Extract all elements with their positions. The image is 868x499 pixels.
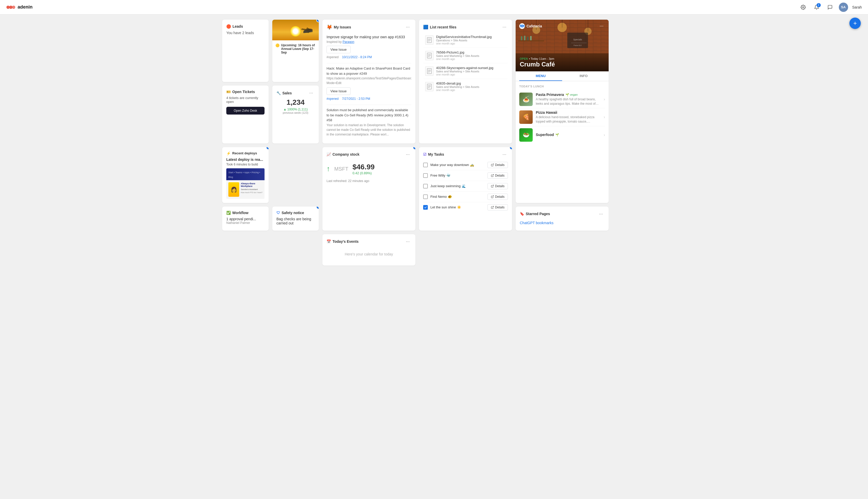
external-link-icon <box>491 163 494 167</box>
pasta-desc: A healthy spaghetti dish full of broad b… <box>536 97 601 106</box>
stock-up-arrow-icon: ↑ <box>327 165 330 173</box>
svg-rect-37 <box>518 40 544 41</box>
avatar[interactable]: SA <box>839 3 848 12</box>
cafe-tab-menu[interactable]: MENU <box>519 71 562 81</box>
my-issues-menu-button[interactable]: ··· <box>404 24 411 30</box>
workflow-title: ✅ Workflow <box>226 211 249 215</box>
starred-header: 🔖 Starred Pages ··· <box>520 211 604 217</box>
list-recent-files-card: 🟦 List recent files ··· DigitalServicesI… <box>419 20 512 144</box>
svg-rect-46 <box>424 163 427 167</box>
settings-button[interactable] <box>798 3 808 12</box>
leads-title: ⬤ Leads <box>226 24 243 29</box>
task-item-1: Free Willy 🐳 Details <box>423 170 508 181</box>
task-checkbox-2[interactable] <box>423 184 428 188</box>
calendar-icon: 📅 <box>327 240 331 244</box>
svg-point-2 <box>12 5 15 9</box>
task-details-btn-3[interactable]: Details <box>488 194 508 200</box>
starred-item-0[interactable]: ChatGPT bookmarks <box>520 219 604 227</box>
cafe-tab-info[interactable]: INFO <box>562 71 605 81</box>
deploy-title-text: Latest deploy is rea... <box>226 157 265 162</box>
stock-menu-button[interactable]: ··· <box>404 151 411 158</box>
file-item-2[interactable]: 40288-Skyscrapers-against-sunset.jpg Sal… <box>423 63 508 79</box>
issue-2: Hack: Make an Adaptive Card in SharePoin… <box>327 63 411 105</box>
sales-prev-week: previous week (123) <box>276 111 315 114</box>
file-item-3[interactable]: 40835-denali.jpg Sales and Marketing > S… <box>423 79 508 94</box>
paragon-link[interactable]: Paragon <box>342 40 354 44</box>
issue-1-title: Improve signage for making your own app … <box>327 35 411 39</box>
events-header: 📅 Today's Events ··· <box>327 239 411 245</box>
file-name-0: DigitalServicesInitiativeThumbnail.jpg <box>436 35 506 39</box>
lunch-section-title: TODAY'S LUNCH <box>519 85 605 88</box>
chat-icon <box>828 5 833 10</box>
task-checkbox-1[interactable] <box>423 173 428 178</box>
svg-line-47 <box>492 164 494 165</box>
issue-2-date: 7/27/2021 - 2:53 PM <box>342 97 370 100</box>
add-fab-button[interactable]: + <box>850 17 861 29</box>
tickets-count: 4 tickets are currently open <box>226 96 265 104</box>
task-checkbox-4[interactable] <box>423 205 428 210</box>
task-label-4: Let the sun shine ☀️ <box>430 205 485 209</box>
workflow-sub: Nathaniel Palmer <box>226 221 265 225</box>
username[interactable]: Sarah <box>852 5 862 9</box>
menu-item-pasta[interactable]: 🍝 Pasta Primavera 🌱 vegan A healthy spag… <box>519 90 605 108</box>
task-details-btn-1[interactable]: Details <box>488 172 508 179</box>
file-icon-1 <box>425 51 433 60</box>
menu-item-superfood[interactable]: 🥗 Superfood 🌱 › <box>519 126 605 144</box>
issue-3-body: Your solution is marked as In Developmen… <box>327 123 411 137</box>
task-details-btn-2[interactable]: Details <box>488 183 508 189</box>
file-date-3: one month ago <box>436 88 506 92</box>
deploys-title: ⚡ Recent deploys <box>226 151 257 155</box>
cafeteria-header: 🍽 Cafeteria ··· <box>516 20 609 29</box>
logo[interactable]: adenin <box>6 4 33 10</box>
files-menu-button[interactable]: ··· <box>501 24 508 30</box>
task-details-btn-0[interactable]: Details <box>488 162 508 168</box>
view-issue-1-button[interactable]: View Issue <box>327 46 351 53</box>
file-info-0: DigitalServicesInitiativeThumbnail.jpg O… <box>436 35 506 45</box>
person-emoji: 👩 <box>231 186 237 193</box>
cafe-open-label: OPEN <box>520 57 528 60</box>
notifications-button[interactable]: 2 <box>812 3 821 12</box>
doc-icon <box>427 68 432 74</box>
deploy-nav-banner: Start • Teams • Apps • Pricing • Blog <box>226 168 265 180</box>
task-label-0: Make your way downtown 🚕 <box>430 163 485 167</box>
header-actions: 2 SA Sarah <box>798 3 862 12</box>
starred-menu-button[interactable]: ··· <box>597 211 604 217</box>
pizza-name: Pizza Hawaii <box>536 110 557 114</box>
workflow-icon: ✅ <box>226 211 231 215</box>
issue-2-status: #opened <box>327 97 339 100</box>
notification-badge: 2 <box>817 3 821 7</box>
open-zoho-desk-button[interactable]: Open Zoho Desk <box>226 107 265 114</box>
svg-text:Specials: Specials <box>573 38 582 41</box>
file-item-1[interactable]: 76566-Picture1.jpg Sales and Marketing >… <box>423 48 508 63</box>
menu-item-pizza[interactable]: 🍕 Pizza Hawaii A delicious hand-tossed, … <box>519 108 605 126</box>
header: adenin 2 SA Sarah <box>0 0 868 14</box>
stock-price-info: $46.99 0.42 (0.89%) <box>352 163 375 175</box>
my-issues-header: 🦊 My Issues ··· <box>327 24 411 30</box>
gitlab-icon: 🦊 <box>327 24 332 30</box>
cafeteria-menu-button[interactable]: ··· <box>598 23 605 29</box>
pto-card: 🟡 Upcoming: 16 hours of Annual Leave (Se… <box>272 20 319 82</box>
file-item-0[interactable]: DigitalServicesInitiativeThumbnail.jpg O… <box>423 32 508 48</box>
sales-menu-button[interactable]: ··· <box>308 90 315 96</box>
pasta-info: Pasta Primavera 🌱 vegan A healthy spaghe… <box>536 93 601 106</box>
airplane-icon <box>298 26 314 35</box>
task-details-btn-4[interactable]: Details <box>488 204 508 210</box>
stock-change: 0.42 (0.89%) <box>352 171 375 175</box>
chat-button[interactable] <box>826 3 835 12</box>
safety-dot <box>316 207 319 209</box>
task-label-1: Free Willy 🐳 <box>430 173 485 178</box>
tasks-menu-button[interactable]: ··· <box>501 151 508 158</box>
task-checkbox-3[interactable] <box>423 194 428 199</box>
pasta-arrow-icon: › <box>604 97 605 101</box>
file-date-0: one month ago <box>436 42 506 45</box>
events-menu-button[interactable]: ··· <box>404 239 411 245</box>
svg-rect-39 <box>524 36 526 40</box>
sales-card: 🔧 Sales ··· 1,234 ▲ 1000% (1,111) previo… <box>272 86 319 143</box>
pasta-tag: 🌱 vegan <box>566 93 578 96</box>
view-issue-2-button[interactable]: View Issue <box>327 87 351 95</box>
task-checkbox-0[interactable] <box>423 163 428 167</box>
deploy-content: 👩 Always-there Workplace Sandra's Assist… <box>226 180 265 199</box>
gear-icon <box>801 5 806 10</box>
svg-point-3 <box>802 7 804 8</box>
file-icon-2 <box>425 66 433 76</box>
